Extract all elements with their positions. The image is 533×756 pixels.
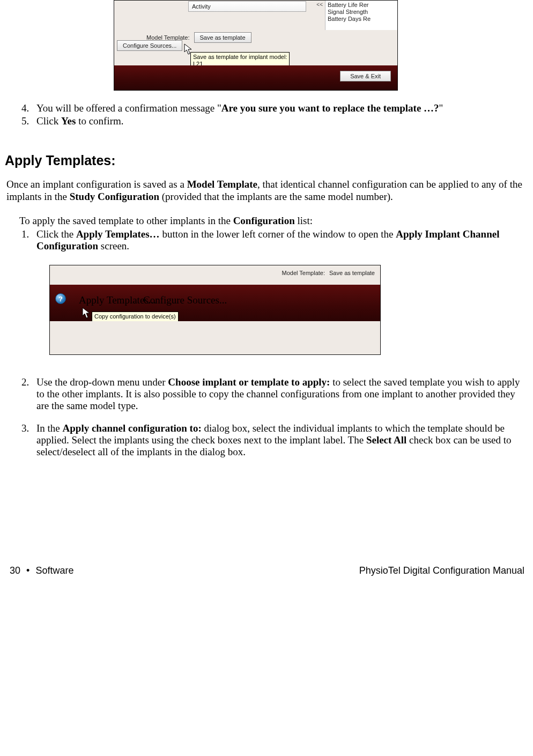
footer-section: Software (35, 565, 73, 576)
footer-title: PhysioTel Digital Configuration Manual (359, 565, 524, 576)
list-item: 2. Use the drop-down menu under Choose i… (21, 376, 530, 412)
bullet-icon: • (23, 565, 33, 576)
page-footer: 30 • Software PhysioTel Digital Configur… (6, 565, 530, 584)
list-item: Signal Strength (328, 9, 395, 16)
model-template-label: Model Template: (282, 270, 325, 276)
ordered-list: 4. You will be offered a confirmation me… (21, 102, 530, 127)
list-item: 1. Click the Apply Templates… button in … (21, 228, 530, 252)
screenshot-save-as-template: Activity << Battery Life Rer Signal Stre… (114, 0, 398, 91)
save-as-template-button[interactable]: Save as template (329, 270, 375, 276)
list-item: 5. Click Yes to confirm. (21, 115, 530, 127)
list-item: 3. In the Apply channel configuration to… (21, 423, 530, 458)
page-number: 30 (10, 565, 20, 576)
heading-apply-templates: Apply Templates: (5, 153, 530, 168)
apply-templates-tooltip: Copy configuration to device(s) (92, 312, 179, 322)
save-as-template-button[interactable]: Save as template (194, 32, 251, 43)
list-item: Battery Life Rer (328, 2, 395, 9)
configure-sources-button[interactable]: Configure Sources... (117, 40, 182, 51)
save-exit-button[interactable]: Save & Exit (340, 71, 391, 81)
help-icon[interactable]: ? (55, 293, 66, 304)
arrows-icon: << (316, 2, 323, 8)
ordered-list: 2. Use the drop-down menu under Choose i… (21, 376, 530, 458)
list-item: 4. You will be offered a confirmation me… (21, 102, 530, 114)
screenshot-apply-templates: Model Template: Save as template ? Apply… (49, 265, 381, 355)
paragraph: Once an implant configuration is saved a… (6, 178, 530, 203)
available-list: Battery Life Rer Signal Strength Battery… (325, 1, 397, 30)
configure-sources-button[interactable]: Configure Sources... (137, 292, 233, 308)
lead-line: To apply the saved template to other imp… (19, 214, 530, 227)
ordered-list: 1. Click the Apply Templates… button in … (21, 228, 530, 252)
list-item: Battery Days Re (328, 16, 395, 23)
activity-field: Activity (188, 1, 306, 12)
